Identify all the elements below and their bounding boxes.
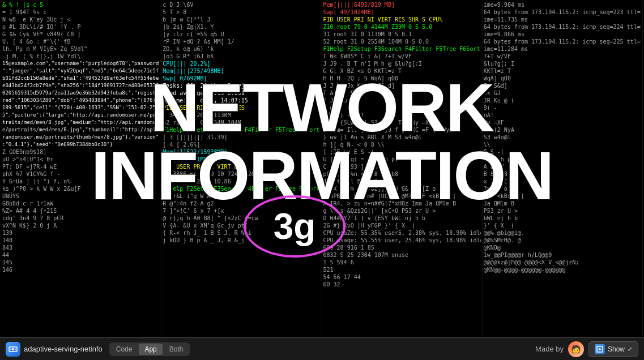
- show-btn-label: Show: [608, 345, 625, 353]
- tab-group: Code App Both: [109, 342, 190, 356]
- tab-both[interactable]: Both: [164, 344, 189, 355]
- terminal-col-4: ime=9.904 ms 64 bytes from 173.194.115.2…: [483, 1, 643, 336]
- app-icon: [6, 342, 20, 357]
- avatar: 🧑: [568, 341, 584, 357]
- svg-point-1: [12, 348, 14, 350]
- terminal-col-2: c D J \6V 5 T > 8 b |m w C|*'l J |b 2$} …: [161, 1, 322, 336]
- tab-app[interactable]: App: [139, 344, 162, 355]
- expand-icon: ⤢: [628, 346, 632, 352]
- made-by-label: Made by: [535, 345, 564, 353]
- terminal-col-1: & % ! |$ c 5 = 1 9$4T %s c N w8 _e K'ey …: [1, 1, 161, 336]
- terminal-col-3: Mem[|||||6493/819 MB] Swp[ 49/1024MB] PI…: [322, 1, 483, 336]
- bottom-bar: adaptive-serving-netinfo Code App Both M…: [0, 337, 644, 360]
- terminal-background: & % ! |$ c 5 = 1 9$4T %s c N w8 _e K'ey …: [0, 0, 644, 337]
- app-name-label: adaptive-serving-netinfo: [24, 345, 103, 353]
- show-btn-icon: [595, 344, 605, 354]
- tab-code[interactable]: Code: [110, 344, 138, 355]
- show-button[interactable]: Show ⤢: [588, 341, 638, 357]
